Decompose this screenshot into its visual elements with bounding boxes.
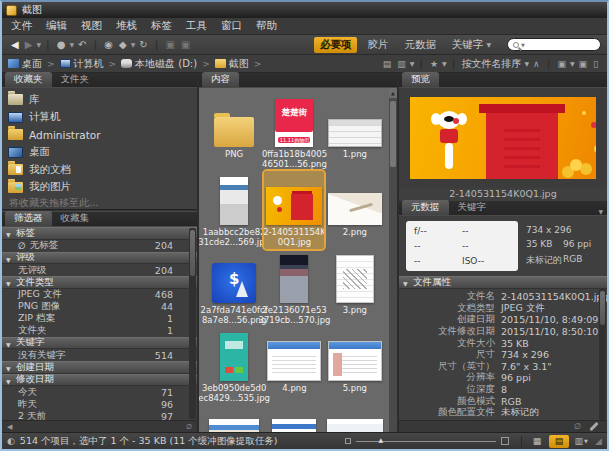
toolbar-icon[interactable]: ▣ — [181, 39, 190, 50]
panel-tab[interactable]: 收藏夹 — [5, 72, 52, 87]
toolbar-icon[interactable]: ◀ — [11, 39, 19, 50]
menu-item[interactable]: 帮助 — [249, 18, 284, 34]
file-properties-header[interactable]: ▼ 文件属性 — [399, 276, 607, 289]
filter-row[interactable]: ▼ ∅ 2 天前 97 — [2, 410, 197, 420]
filter-row[interactable]: ▼ ∅ ZIP 档案 1 — [2, 313, 197, 325]
slider-track[interactable]: ▲ — [356, 441, 496, 442]
thumbnail-cell[interactable]: 2-140531154K 0Q1.jpg — [264, 171, 324, 249]
pathbar-icon[interactable]: ▼ — [410, 60, 415, 67]
thumbnail-cell[interactable]: 1aabbcc2be82 31cde2...569.jpg — [204, 171, 264, 249]
toolbar-icon[interactable]: ▼ — [36, 41, 41, 48]
collapse-icon[interactable]: ▼ — [403, 280, 408, 287]
favorites-item[interactable]: 计算机 — [2, 109, 197, 127]
collapse-icon[interactable]: ▼ — [6, 365, 11, 372]
menu-item[interactable]: 堆栈 — [109, 18, 144, 34]
toolbar-icon[interactable]: ● — [57, 39, 66, 50]
scrollbar-thumb[interactable] — [390, 101, 396, 167]
workspace-button[interactable]: 元数据 ▼ — [398, 37, 442, 53]
panel-tab[interactable]: 文件夹 — [52, 72, 99, 87]
scrollbar-thumb[interactable] — [190, 230, 195, 276]
thumbnail-cell[interactable]: PNG — [204, 93, 264, 171]
panel-tab[interactable]: 收藏集 — [52, 211, 99, 226]
thumbnail-cell[interactable]: 5.png — [325, 327, 385, 405]
pathbar-icon[interactable]: | — [547, 57, 551, 70]
view-mode-button[interactable]: ▥ ▼ — [571, 435, 591, 448]
filter-row[interactable]: ▼ ∅ 今天 71 — [2, 386, 197, 398]
pathbar-icon[interactable]: | — [452, 57, 456, 70]
menu-item[interactable]: 标签 — [144, 18, 179, 34]
clear-icon[interactable]: ∅ — [574, 422, 581, 431]
toolbar-icon[interactable]: | — [94, 38, 98, 51]
sort-by-label[interactable]: 按文件名排序 — [461, 57, 521, 71]
filter-row[interactable]: ▼ ∅ 评级 — [2, 252, 197, 265]
favorites-item[interactable]: Administrator — [2, 126, 197, 144]
resize-grip[interactable]: ◢ — [595, 436, 602, 446]
thumbnail-cell[interactable]: 2.png — [325, 171, 385, 249]
pathbar-icon[interactable]: ▥ — [397, 59, 406, 69]
toolbar-icon[interactable]: | — [46, 38, 50, 51]
collapse-icon[interactable]: ▼ — [6, 341, 11, 348]
workspace-button[interactable]: 必要项 ▼ — [314, 37, 358, 53]
breadcrumb-item[interactable]: 计算机 > — [60, 57, 122, 71]
pathbar-icon[interactable]: ∧ — [533, 59, 540, 69]
thumbnail-cell[interactable]: 3eb0950de5d0 ec8429...535.jpg — [204, 327, 264, 405]
pathbar-icon[interactable]: ▣ — [557, 59, 566, 69]
pathbar-icon[interactable]: ▼ — [524, 60, 529, 67]
toolbar-icon[interactable]: ▣ — [165, 39, 174, 50]
filter-row[interactable]: ▼ ∅ PNG 图像 44 — [2, 301, 197, 313]
menu-item[interactable]: 视图 — [74, 18, 109, 34]
filter-scrollbar[interactable] — [189, 228, 196, 419]
filter-row[interactable]: ▼ ∅ 无标签 204 — [2, 240, 197, 252]
pathbar-icon[interactable]: ▯ — [593, 59, 598, 69]
pathbar-icon[interactable]: ▣ — [579, 59, 588, 69]
pathbar-icon[interactable]: ★ — [430, 59, 438, 69]
search-box[interactable]: ▼ — [507, 38, 601, 51]
favorites-item[interactable]: 桌面 — [2, 144, 197, 162]
thumbnail-cell[interactable]: 1.png — [325, 93, 385, 171]
scroll-up-icon[interactable]: ▲ — [389, 88, 397, 98]
pathbar-icon[interactable]: | — [419, 57, 423, 70]
edit-pencil-icon[interactable] — [589, 422, 598, 431]
filter-row[interactable]: ▼ ∅ 昨天 96 — [2, 398, 197, 410]
thumbnail-cell[interactable] — [264, 405, 324, 432]
filter-row[interactable]: ▼ ∅ 没有关键字 514 — [2, 349, 197, 361]
filter-row[interactable]: ▼ ∅ 无评级 204 — [2, 264, 197, 276]
thumbnail-cell[interactable]: 3.png — [325, 249, 385, 327]
panel-tab[interactable]: 元数据 — [402, 200, 449, 215]
panel-menu-icon[interactable]: ▼ — [598, 208, 603, 215]
toolbar-icon[interactable]: ▼ — [69, 41, 74, 48]
breadcrumb-item[interactable]: 截图 > — [215, 57, 267, 71]
collapse-icon[interactable]: ▼ — [6, 256, 11, 263]
thumbnail-cell[interactable] — [325, 405, 385, 432]
breadcrumb-item[interactable]: 本地磁盘 (D:) > — [121, 57, 215, 71]
toolbar-icon[interactable]: ↶ — [78, 39, 86, 50]
breadcrumb-item[interactable]: 桌面 > — [8, 57, 60, 71]
pathbar-icon[interactable]: ▼ — [442, 60, 447, 67]
filter-row[interactable]: ▼ ∅ 创建日期 — [2, 361, 197, 374]
toolbar-icon[interactable]: ▼ — [131, 41, 136, 48]
pathbar-icon[interactable]: ▼ — [570, 60, 575, 67]
tab-preview[interactable]: 预览 — [402, 72, 439, 87]
menu-item[interactable]: 窗口 — [214, 18, 249, 34]
thumbnail-cell[interactable]: $ 2a7fda741e0fcf 8a7e8...56.png — [204, 249, 264, 327]
slider-handle[interactable]: ▲ — [378, 436, 383, 443]
toolbar-icon[interactable]: ◆ — [119, 39, 127, 50]
thumbnail-size-slider[interactable]: ▲ — [345, 437, 509, 445]
filter-row[interactable]: ▼ ∅ 标签 — [2, 227, 197, 240]
collapse-icon[interactable]: ▼ — [6, 231, 11, 238]
collapse-icon[interactable]: ▼ — [6, 280, 11, 287]
tab-content[interactable]: 内容 — [202, 72, 239, 87]
filter-toggle-icon[interactable]: ◀ — [7, 423, 12, 431]
pathbar-icon[interactable]: ▤ — [383, 59, 392, 69]
filter-row[interactable]: ▼ ∅ 关键字 — [2, 337, 197, 350]
filter-row[interactable]: ▼ ∅ 文件夹 1 — [2, 325, 197, 337]
filter-row[interactable]: ▼ ∅ 文件类型 — [2, 276, 197, 289]
favorites-item[interactable]: 我的文档 — [2, 161, 197, 179]
thumbnail-cell[interactable] — [204, 405, 264, 432]
menu-item[interactable]: 文件 — [4, 18, 39, 34]
filter-row[interactable]: ▼ ∅ 修改日期 — [2, 374, 197, 387]
toolbar-icon[interactable]: ▶ — [25, 39, 33, 50]
smaller-thumbs-icon[interactable] — [345, 438, 351, 444]
toolbar-icon[interactable]: ↻ — [139, 39, 147, 50]
thumbnail-cell[interactable]: 2e2136071e53 3719cb...570.jpg — [264, 249, 324, 327]
